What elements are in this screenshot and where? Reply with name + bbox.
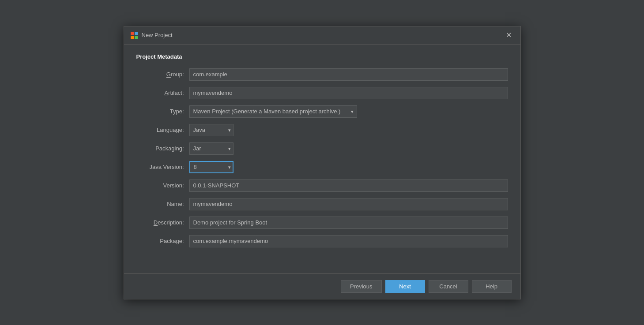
app-icon xyxy=(130,31,138,39)
java-version-select[interactable]: 8 11 17 21 xyxy=(189,161,233,173)
previous-button[interactable]: Previous xyxy=(341,280,382,293)
version-row: Version: xyxy=(136,179,508,192)
close-button[interactable]: ✕ xyxy=(503,31,514,40)
dialog-content: Project Metadata Group: Artifact: Type: … xyxy=(124,45,520,273)
svg-rect-1 xyxy=(135,32,138,35)
group-label: Group: xyxy=(136,71,189,78)
java-version-select-wrapper: 8 11 17 21 xyxy=(189,161,233,173)
type-label: Type: xyxy=(136,108,189,115)
dialog-title: New Project xyxy=(142,32,173,38)
packaging-select[interactable]: Jar War xyxy=(189,142,233,155)
language-label: Language: xyxy=(136,127,189,133)
package-input[interactable] xyxy=(189,235,508,247)
artifact-label: Artifact: xyxy=(136,90,189,96)
artifact-row: Artifact: xyxy=(136,86,508,100)
type-select[interactable]: Maven Project (Generate a Maven based pr… xyxy=(189,105,357,118)
name-label: Name: xyxy=(136,201,189,207)
group-input[interactable] xyxy=(189,68,508,81)
package-row: Package: xyxy=(136,235,508,248)
type-select-wrapper: Maven Project (Generate a Maven based pr… xyxy=(189,105,357,118)
type-row: Type: Maven Project (Generate a Maven ba… xyxy=(136,105,508,118)
description-input[interactable] xyxy=(189,217,508,229)
cancel-button[interactable]: Cancel xyxy=(429,280,468,293)
description-row: Description: xyxy=(136,216,508,229)
description-label: Description: xyxy=(136,219,189,226)
group-row: Group: xyxy=(136,68,508,81)
title-bar: New Project ✕ xyxy=(124,26,520,45)
dialog-footer: Previous Next Cancel Help xyxy=(124,273,520,299)
name-row: Name: xyxy=(136,198,508,211)
section-title: Project Metadata xyxy=(136,53,508,60)
new-project-dialog: New Project ✕ Project Metadata Group: Ar… xyxy=(124,26,521,299)
svg-rect-2 xyxy=(131,36,134,39)
name-input[interactable] xyxy=(189,198,508,210)
title-bar-left: New Project xyxy=(130,31,173,39)
language-row: Language: Java Kotlin Groovy xyxy=(136,123,508,137)
next-button[interactable]: Next xyxy=(385,280,425,293)
java-version-label: Java Version: xyxy=(136,164,189,170)
package-label: Package: xyxy=(136,238,189,244)
svg-rect-3 xyxy=(135,36,138,39)
version-input[interactable] xyxy=(189,179,508,192)
packaging-row: Packaging: Jar War xyxy=(136,142,508,155)
artifact-input[interactable] xyxy=(189,87,508,99)
language-select-wrapper: Java Kotlin Groovy xyxy=(189,124,233,136)
packaging-select-wrapper: Jar War xyxy=(189,142,233,155)
packaging-label: Packaging: xyxy=(136,145,189,152)
version-label: Version: xyxy=(136,182,189,189)
help-button[interactable]: Help xyxy=(472,280,512,293)
java-version-row: Java Version: 8 11 17 21 xyxy=(136,161,508,174)
language-select[interactable]: Java Kotlin Groovy xyxy=(189,124,233,136)
svg-rect-0 xyxy=(131,32,134,35)
